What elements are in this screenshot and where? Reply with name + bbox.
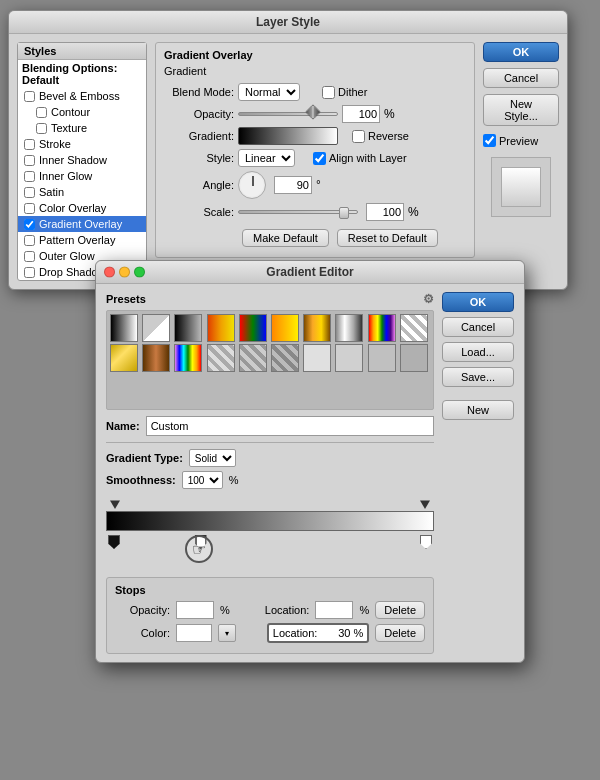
align-layer-label: Align with Layer (313, 152, 407, 165)
preset-swatch[interactable] (335, 344, 363, 372)
smoothness-select[interactable]: 100 (182, 471, 223, 489)
new-style-button[interactable]: New Style... (483, 94, 559, 126)
preview-text: Preview (499, 135, 538, 147)
opacity-input[interactable] (342, 105, 380, 123)
preset-swatch[interactable] (400, 344, 428, 372)
align-layer-checkbox[interactable] (313, 152, 326, 165)
sidebar-item-bevel[interactable]: Bevel & Emboss (18, 88, 146, 104)
color-swatch[interactable] (176, 624, 212, 642)
main-content: Gradient Overlay Gradient Blend Mode: No… (155, 42, 475, 281)
preset-swatch[interactable] (207, 344, 235, 372)
opacity-location-input[interactable] (315, 601, 353, 619)
layer-style-dialog: Layer Style Styles Blending Options: Def… (8, 10, 568, 290)
make-default-button[interactable]: Make Default (242, 229, 329, 247)
ok-button[interactable]: OK (483, 42, 559, 62)
color-stop-white[interactable] (420, 535, 432, 549)
opacity-stop-right[interactable] (420, 497, 430, 509)
preset-swatch[interactable] (239, 314, 267, 342)
preset-swatch[interactable] (271, 344, 299, 372)
preset-swatch[interactable] (400, 314, 428, 342)
stroke-checkbox[interactable] (24, 139, 35, 150)
name-input[interactable] (146, 416, 434, 436)
opacity-slider[interactable] (238, 107, 338, 121)
sidebar-item-inner-shadow[interactable]: Inner Shadow (18, 152, 146, 168)
pattern-overlay-checkbox[interactable] (24, 235, 35, 246)
preset-swatch[interactable] (239, 344, 267, 372)
scale-input[interactable] (366, 203, 404, 221)
sidebar-item-blending[interactable]: Blending Options: Default (18, 60, 146, 88)
color-dropdown[interactable]: ▾ (218, 624, 236, 642)
gradient-type-row: Gradient Type: Solid (106, 449, 434, 467)
texture-checkbox[interactable] (36, 123, 47, 134)
sidebar-item-pattern-overlay[interactable]: Pattern Overlay (18, 232, 146, 248)
preview-checkbox[interactable] (483, 134, 496, 147)
color-overlay-checkbox[interactable] (24, 203, 35, 214)
sidebar-item-texture[interactable]: Texture (18, 120, 146, 136)
preset-swatch[interactable] (207, 314, 235, 342)
cancel-button[interactable]: Cancel (483, 68, 559, 88)
preset-swatch[interactable] (174, 344, 202, 372)
angle-unit: ° (316, 178, 321, 192)
inner-shadow-checkbox[interactable] (24, 155, 35, 166)
dither-checkbox[interactable] (322, 86, 335, 99)
contour-checkbox[interactable] (36, 107, 47, 118)
preset-swatch[interactable] (110, 344, 138, 372)
presets-header: Presets ⚙ (106, 292, 434, 306)
sidebar-item-gradient-overlay[interactable]: Gradient Overlay (18, 216, 146, 232)
preset-swatch[interactable] (368, 314, 396, 342)
angle-label: Angle: (164, 179, 234, 191)
style-select[interactable]: Linear (238, 149, 295, 167)
gradient-preview-bar[interactable] (238, 127, 338, 145)
blend-mode-select[interactable]: Normal (238, 83, 300, 101)
ge-cancel-button[interactable]: Cancel (442, 317, 514, 337)
preset-swatch[interactable] (335, 314, 363, 342)
preset-swatch[interactable] (368, 344, 396, 372)
satin-checkbox[interactable] (24, 187, 35, 198)
color-location-input[interactable] (320, 625, 350, 641)
opacity-stop-left[interactable] (110, 497, 120, 509)
color-stop-black[interactable] (108, 535, 120, 549)
reset-to-default-button[interactable]: Reset to Default (337, 229, 438, 247)
layer-style-titlebar: Layer Style (9, 11, 567, 34)
preview-label: Preview (483, 134, 559, 147)
scale-thumb[interactable] (339, 207, 349, 219)
outer-glow-checkbox[interactable] (24, 251, 35, 262)
angle-needle (252, 176, 254, 186)
opacity-stop-input[interactable] (176, 601, 214, 619)
gear-icon[interactable]: ⚙ (423, 292, 434, 306)
close-button-dot[interactable] (104, 267, 115, 278)
sidebar-item-color-overlay[interactable]: Color Overlay (18, 200, 146, 216)
drop-shadow-checkbox[interactable] (24, 267, 35, 278)
minimize-button-dot[interactable] (119, 267, 130, 278)
preset-swatch[interactable] (303, 344, 331, 372)
sidebar-item-stroke[interactable]: Stroke (18, 136, 146, 152)
angle-input[interactable] (274, 176, 312, 194)
ge-load-button[interactable]: Load... (442, 342, 514, 362)
angle-dial[interactable] (238, 171, 266, 199)
color-location-label: Location: (273, 627, 318, 639)
preset-swatch[interactable] (174, 314, 202, 342)
scale-slider[interactable] (238, 210, 358, 214)
stops-title: Stops (115, 584, 425, 596)
gradient-type-select[interactable]: Solid (189, 449, 236, 467)
zoom-button-dot[interactable] (134, 267, 145, 278)
ge-ok-button[interactable]: OK (442, 292, 514, 312)
preset-swatch[interactable] (110, 314, 138, 342)
preset-swatch[interactable] (142, 344, 170, 372)
opacity-thumb[interactable] (305, 104, 321, 120)
sidebar-item-satin[interactable]: Satin (18, 184, 146, 200)
sidebar-item-inner-glow[interactable]: Inner Glow (18, 168, 146, 184)
opacity-delete-button[interactable]: Delete (375, 601, 425, 619)
name-label: Name: (106, 420, 140, 432)
preset-swatch[interactable] (142, 314, 170, 342)
bevel-checkbox[interactable] (24, 91, 35, 102)
ge-new-button[interactable]: New (442, 400, 514, 420)
preset-swatch[interactable] (303, 314, 331, 342)
ge-save-button[interactable]: Save... (442, 367, 514, 387)
gradient-overlay-checkbox[interactable] (24, 219, 35, 230)
preset-swatch[interactable] (271, 314, 299, 342)
inner-glow-checkbox[interactable] (24, 171, 35, 182)
reverse-checkbox[interactable] (352, 130, 365, 143)
color-delete-button[interactable]: Delete (375, 624, 425, 642)
sidebar-item-contour[interactable]: Contour (18, 104, 146, 120)
